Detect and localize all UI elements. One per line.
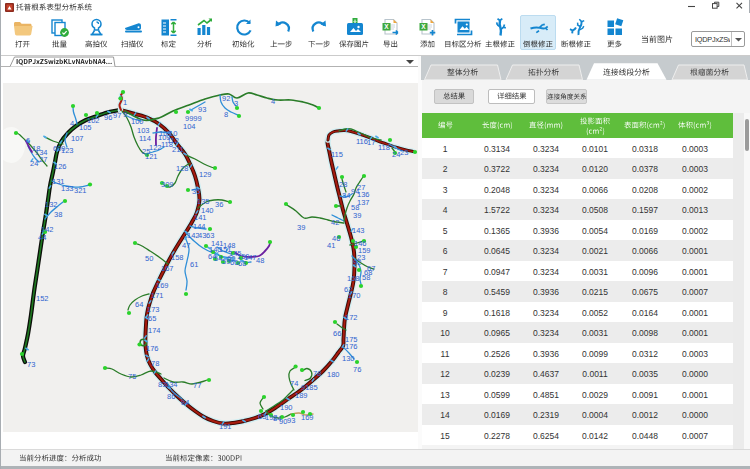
svg-text:148: 148 [223, 241, 236, 250]
svg-text:107: 107 [71, 134, 84, 143]
svg-text:104: 104 [183, 122, 196, 131]
svg-text:17: 17 [367, 138, 375, 147]
svg-text:65: 65 [148, 314, 156, 323]
svg-text:X: X [421, 23, 426, 30]
svg-text:144: 144 [193, 222, 206, 231]
svg-text:97: 97 [113, 111, 121, 120]
svg-text:9185: 9185 [301, 383, 318, 392]
svg-text:39: 39 [297, 223, 305, 232]
svg-text:146: 146 [354, 239, 367, 248]
svg-text:152: 152 [36, 294, 49, 303]
svg-text:3: 3 [234, 99, 238, 108]
svg-text:122: 122 [149, 143, 162, 152]
svg-text:86: 86 [167, 392, 175, 401]
svg-text:309: 309 [161, 180, 174, 189]
svg-text:123: 123 [61, 146, 74, 155]
svg-text:321: 321 [74, 186, 87, 195]
svg-text:73: 73 [27, 360, 35, 369]
svg-text:48: 48 [256, 256, 264, 265]
svg-text:39: 39 [353, 211, 361, 220]
svg-text:77: 77 [193, 381, 201, 390]
svg-text:190: 190 [280, 403, 293, 412]
svg-text:28: 28 [339, 180, 347, 189]
svg-text:133: 133 [61, 184, 74, 193]
svg-text:189: 189 [295, 391, 308, 400]
svg-text:58: 58 [351, 203, 359, 212]
svg-text:126: 126 [54, 162, 67, 171]
svg-text:143: 143 [352, 226, 365, 235]
svg-text:180: 180 [327, 370, 340, 379]
svg-text:128: 128 [176, 164, 189, 173]
svg-text:75: 75 [128, 372, 136, 381]
svg-text:9: 9 [123, 110, 127, 119]
svg-text:121: 121 [145, 152, 158, 161]
svg-text:61: 61 [190, 260, 198, 269]
svg-text:66: 66 [333, 329, 341, 338]
svg-text:67: 67 [367, 264, 375, 273]
svg-text:174: 174 [148, 326, 161, 335]
svg-text:141: 141 [211, 239, 224, 248]
svg-text:92: 92 [222, 94, 230, 103]
svg-text:100: 100 [131, 117, 144, 126]
svg-text:135: 135 [197, 197, 210, 206]
svg-text:8: 8 [224, 110, 228, 119]
svg-text:171: 171 [151, 291, 164, 300]
svg-text:93: 93 [198, 105, 206, 114]
svg-text:38: 38 [54, 210, 62, 219]
svg-text:27: 27 [39, 155, 47, 164]
svg-text:84: 84 [181, 398, 189, 407]
svg-text:X: X [384, 23, 389, 30]
svg-text:167: 167 [161, 264, 174, 273]
svg-text:176: 176 [146, 344, 159, 353]
svg-text:173: 173 [147, 305, 160, 314]
svg-text:76: 76 [353, 365, 361, 374]
svg-text:169: 169 [156, 281, 169, 290]
svg-text:42: 42 [331, 218, 339, 227]
svg-text:35: 35 [192, 187, 200, 196]
svg-text:36: 36 [215, 200, 223, 209]
svg-text:118: 118 [378, 143, 390, 152]
svg-text:34: 34 [342, 191, 350, 200]
svg-text:41: 41 [327, 241, 335, 250]
svg-text:78: 78 [151, 359, 159, 368]
svg-text:132: 132 [45, 200, 58, 209]
svg-text:172: 172 [345, 313, 358, 322]
svg-text:50: 50 [145, 254, 153, 263]
svg-text:115: 115 [331, 150, 343, 159]
svg-text:74: 74 [290, 379, 298, 388]
svg-text:24: 24 [30, 159, 38, 168]
svg-text:27: 27 [357, 183, 365, 192]
svg-text:96: 96 [104, 113, 112, 122]
svg-text:211: 211 [172, 145, 184, 154]
svg-text:169: 169 [301, 413, 314, 422]
svg-text:4: 4 [70, 119, 74, 128]
svg-text:114: 114 [139, 134, 151, 143]
svg-text:1: 1 [123, 98, 127, 107]
svg-text:158: 158 [171, 253, 184, 262]
svg-text:47: 47 [182, 241, 190, 250]
svg-text:175: 175 [345, 335, 358, 344]
svg-text:150: 150 [237, 252, 250, 261]
svg-text:62: 62 [344, 285, 352, 294]
svg-text:93: 93 [287, 416, 295, 425]
svg-text:78: 78 [313, 369, 321, 378]
svg-text:23: 23 [400, 148, 408, 157]
svg-text:44: 44 [38, 233, 46, 242]
svg-text:141: 141 [194, 213, 207, 222]
svg-text:105: 105 [79, 123, 92, 132]
svg-text:130: 130 [342, 354, 355, 363]
svg-text:64: 64 [135, 300, 143, 309]
svg-text:4: 4 [271, 97, 275, 106]
svg-text:6: 6 [26, 136, 30, 145]
svg-text:10: 10 [169, 129, 177, 138]
svg-text:168: 168 [347, 274, 360, 283]
svg-text:134: 134 [165, 380, 178, 389]
svg-text:64: 64 [208, 252, 216, 261]
svg-text:191: 191 [219, 422, 232, 431]
svg-text:129: 129 [199, 170, 212, 179]
svg-text:60: 60 [227, 254, 235, 263]
